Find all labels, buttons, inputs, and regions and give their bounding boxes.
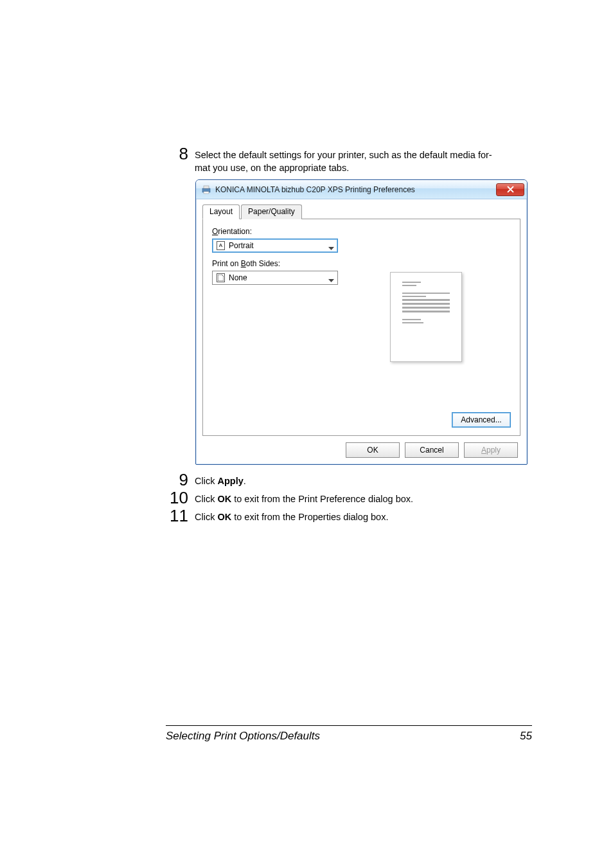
step-9-text: Click Apply.	[195, 471, 532, 488]
page-none-icon	[217, 273, 225, 282]
svg-rect-1	[204, 186, 209, 188]
advanced-button[interactable]: Advanced...	[452, 412, 511, 428]
step-8-text: Select the default settings for your pri…	[195, 145, 532, 174]
step-number-8: 8	[166, 145, 195, 162]
step-11-text: Click OK to exit from the Properties dia…	[195, 507, 532, 524]
tab-paper-quality[interactable]: Paper/Quality	[241, 204, 302, 219]
step-number-11: 11	[166, 507, 195, 524]
chevron-down-icon	[328, 244, 334, 253]
page-number: 55	[520, 730, 532, 743]
printer-icon	[201, 185, 211, 195]
footer-title: Selecting Print Options/Defaults	[166, 730, 320, 743]
step-number-9: 9	[166, 471, 195, 488]
chevron-down-icon	[328, 276, 334, 285]
ok-button[interactable]: OK	[346, 442, 400, 458]
svg-rect-2	[204, 192, 209, 194]
both-sides-value: None	[229, 273, 247, 282]
orientation-label: Orientation:	[212, 227, 341, 236]
orientation-value: Portrait	[229, 241, 254, 250]
close-button[interactable]	[496, 183, 524, 196]
step-10-text: Click OK to exit from the Print Preferen…	[195, 489, 532, 506]
cancel-button[interactable]: Cancel	[405, 442, 459, 458]
both-sides-dropdown[interactable]: None	[212, 271, 338, 285]
portrait-icon: A	[217, 241, 225, 250]
dialog-titlebar: KONICA MINOLTA bizhub C20P XPS Printing …	[196, 180, 527, 199]
tab-layout[interactable]: Layout	[202, 204, 240, 219]
both-sides-label: Print on Both Sides:	[212, 259, 341, 268]
apply-button[interactable]: Apply	[464, 442, 518, 458]
page-preview	[390, 272, 462, 362]
step-number-10: 10	[166, 489, 195, 506]
dialog-title: KONICA MINOLTA bizhub C20P XPS Printing …	[215, 185, 496, 194]
printing-preferences-dialog: KONICA MINOLTA bizhub C20P XPS Printing …	[195, 179, 528, 465]
orientation-dropdown[interactable]: A Portrait	[212, 239, 338, 253]
